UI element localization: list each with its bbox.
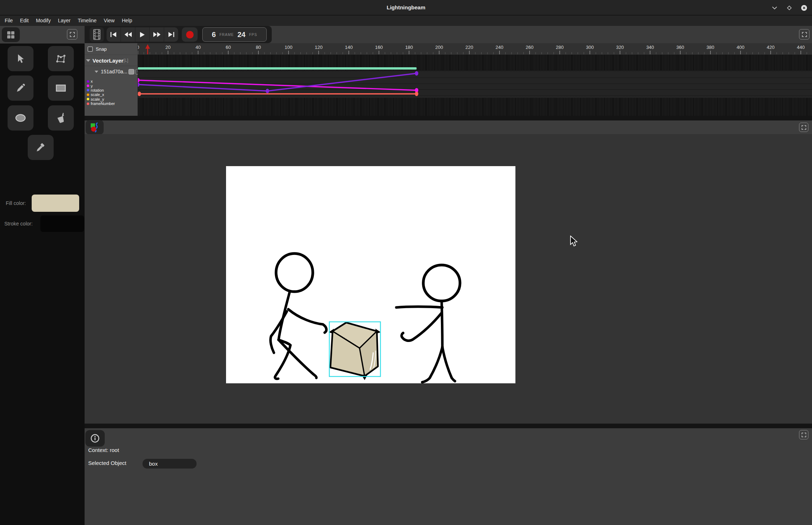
film-button[interactable] (90, 27, 104, 42)
expand-icon (802, 433, 806, 437)
tool-pencil[interactable] (8, 76, 33, 101)
fps-label: FPS (249, 33, 257, 37)
play-icon (140, 32, 145, 37)
selected-object-field[interactable]: box (143, 459, 197, 469)
keyframe-x (266, 89, 269, 93)
svg-text:400: 400 (737, 45, 745, 50)
record-icon (186, 31, 194, 38)
rectangle-icon (55, 84, 66, 92)
expand-icon (802, 125, 806, 130)
svg-text:40: 40 (195, 45, 200, 50)
skip-to-start-button[interactable] (107, 27, 121, 42)
property-row-y[interactable]: y (85, 83, 138, 88)
canvas-area[interactable] (85, 134, 812, 424)
property-color-dot (87, 93, 89, 96)
pencil-icon (15, 83, 26, 93)
menu-item-timeline[interactable]: Timeline (74, 15, 100, 26)
svg-text:200: 200 (435, 45, 443, 50)
svg-text:300: 300 (586, 45, 594, 50)
rewind-button[interactable] (121, 27, 135, 42)
minimize-button[interactable] (771, 5, 778, 11)
stage-drawing (226, 166, 515, 383)
timeline-tracks-svg (138, 55, 812, 116)
close-button[interactable] (801, 5, 807, 11)
property-list: xyrotationscale_xscale_yframeNumber (85, 79, 138, 106)
svg-text:220: 220 (465, 45, 473, 50)
expand-icon (70, 32, 75, 37)
mouse-cursor-icon (570, 236, 578, 247)
layer-suffix: [L] (123, 58, 128, 63)
stick-figure-right (396, 265, 460, 382)
property-color-dot (87, 102, 89, 105)
canvas-panel-button[interactable] (86, 120, 104, 134)
menu-item-view[interactable]: View (100, 15, 118, 26)
layer-name: VectorLayer (93, 58, 123, 64)
fast-forward-button[interactable] (150, 27, 164, 42)
record-button[interactable] (182, 27, 198, 42)
property-row-x[interactable]: x (85, 79, 138, 83)
tool-eyedropper[interactable] (28, 135, 54, 160)
svg-text:140: 140 (345, 45, 353, 50)
keyframe-x (138, 82, 140, 87)
tool-ellipse[interactable] (8, 105, 33, 131)
expand-icon (802, 32, 807, 37)
svg-text:420: 420 (767, 45, 775, 50)
paint-bucket-icon (55, 113, 66, 123)
group-visibility-button[interactable] (128, 69, 134, 74)
info-button[interactable] (85, 430, 105, 447)
property-color-dot (87, 89, 89, 91)
menu-item-help[interactable]: Help (118, 15, 136, 26)
svg-text:80: 80 (256, 45, 261, 50)
layer-duration-bar (138, 67, 416, 70)
tool-rectangle[interactable] (48, 76, 74, 101)
svg-text:100: 100 (285, 45, 293, 50)
stage[interactable] (226, 166, 515, 383)
snap-checkbox[interactable] (87, 46, 93, 52)
fill-color-swatch[interactable] (32, 195, 79, 212)
menu-item-modify[interactable]: Modify (32, 15, 54, 26)
layer-row[interactable]: VectorLayer [L] (85, 55, 138, 66)
timeline-tracks[interactable] (138, 55, 812, 116)
property-label: rotation (91, 88, 104, 92)
svg-text:160: 160 (375, 45, 383, 50)
stroke-color-swatch[interactable] (40, 215, 84, 232)
panel-grid-button[interactable] (2, 27, 20, 42)
chevron-down-icon (772, 5, 777, 11)
tool-transform[interactable] (48, 46, 74, 71)
property-row-scale_y[interactable]: scale_y (85, 97, 138, 101)
property-row-frameNumber[interactable]: frameNumber (85, 101, 138, 106)
svg-text:360: 360 (676, 45, 684, 50)
play-button[interactable] (135, 27, 150, 42)
property-row-scale_x[interactable]: scale_x (85, 92, 138, 97)
svg-text:340: 340 (646, 45, 654, 50)
timeline-ruler[interactable]: 0204060801001201401601802002202402602803… (138, 43, 812, 55)
close-icon (801, 5, 807, 11)
skip-to-end-button[interactable] (164, 27, 178, 42)
tool-select[interactable] (8, 46, 33, 71)
tool-panel-expand-button[interactable] (67, 29, 77, 40)
keyframe-y (138, 78, 140, 82)
property-label: scale_x (91, 92, 104, 97)
menu-item-file[interactable]: File (1, 15, 17, 26)
canvas-expand-button[interactable] (799, 123, 808, 132)
maximize-button[interactable] (786, 5, 793, 11)
tool-paint-bucket[interactable] (48, 105, 74, 131)
menu-item-layer[interactable]: Layer (54, 15, 74, 26)
collapse-triangle-icon[interactable] (95, 70, 98, 73)
property-row-rotation[interactable]: rotation (85, 88, 138, 92)
snap-label: Snap (96, 46, 107, 52)
svg-text:260: 260 (526, 45, 534, 50)
group-row[interactable]: 151ad70a... ~ (85, 66, 138, 77)
timeline-expand-button[interactable] (799, 29, 809, 40)
curve-y (138, 80, 416, 90)
diamond-icon (786, 5, 792, 11)
fps-value: 24 (238, 31, 245, 39)
collapse-triangle-icon[interactable] (86, 59, 90, 62)
playhead (145, 44, 150, 54)
inspector-expand-button[interactable] (799, 430, 808, 439)
svg-text:320: 320 (616, 45, 624, 50)
keyframe-x (415, 71, 419, 76)
menu-item-edit[interactable]: Edit (17, 15, 32, 26)
property-label: y (91, 84, 93, 88)
keyframe-frameNumber (415, 92, 419, 96)
